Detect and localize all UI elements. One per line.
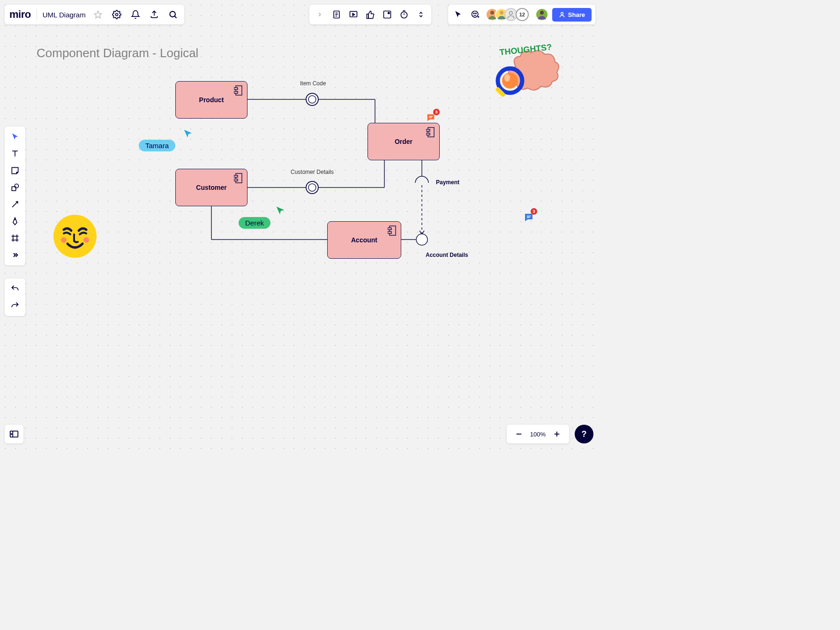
component-product-label: Product [199,96,224,104]
thoughts-sticker[interactable]: THOUGHTS? [488,43,562,104]
topbar-left: miro UML Diagram [5,5,184,24]
share-button[interactable]: Share [552,8,592,22]
svg-point-79 [502,73,518,89]
present-icon[interactable] [347,8,360,21]
component-customer[interactable]: Customer [175,169,248,206]
topbar-center [309,5,431,24]
avatar-me[interactable] [535,8,548,21]
svg-rect-59 [234,91,238,93]
svg-point-28 [15,184,18,188]
help-button[interactable]: ? [575,425,593,443]
diagram-title[interactable]: Component Diagram - Logical [37,46,198,60]
zoom-in-button[interactable] [550,428,563,441]
sticky-note-tool[interactable] [8,163,22,178]
topbar-right: 12 Share [448,5,595,24]
avatar-group[interactable]: 12 [486,8,529,21]
avatar-count[interactable]: 12 [516,8,529,21]
more-apps-icon[interactable] [414,8,428,21]
miro-logo[interactable]: miro [9,8,31,21]
svg-point-21 [500,11,503,15]
panel-toggle-button[interactable] [5,425,23,443]
svg-rect-67 [388,228,391,230]
redo-button[interactable] [8,298,22,313]
comment-pin-icon[interactable] [381,8,394,21]
svg-point-80 [504,74,510,82]
shape-tool[interactable] [8,180,22,195]
cursor-hide-icon[interactable] [452,8,465,21]
svg-point-20 [490,11,494,15]
cursor-tamara-arrow [183,128,193,139]
divider [37,9,37,20]
svg-marker-0 [94,11,101,18]
svg-point-23 [540,11,544,15]
smile-sticker[interactable] [52,213,98,260]
svg-point-37 [11,434,12,435]
more-tools-icon[interactable] [8,248,22,262]
zoom-value[interactable]: 100% [530,431,546,438]
svg-rect-58 [234,88,238,90]
svg-point-15 [472,11,478,17]
svg-rect-68 [388,232,391,233]
label-payment[interactable]: Payment [436,179,459,186]
export-icon[interactable] [148,8,161,21]
undo-button[interactable] [8,281,22,296]
label-account-details[interactable]: Account Details [426,252,468,258]
reactions-icon[interactable] [469,8,482,21]
svg-rect-65 [426,133,430,135]
comment-floating[interactable]: 3 [523,212,533,222]
component-account-label: Account [351,236,377,244]
svg-marker-9 [352,14,354,16]
svg-point-22 [510,11,513,15]
chevron-right-icon[interactable] [313,8,326,21]
pen-tool[interactable] [8,214,22,229]
comment-count-order: 3 [433,109,440,115]
cursor-derek[interactable]: Derek [239,217,270,229]
thumbs-up-icon[interactable] [364,8,377,21]
comment-order[interactable]: 3 [426,112,436,123]
share-label: Share [568,11,585,18]
comment-count-floating: 3 [531,208,537,215]
svg-rect-61 [234,175,238,177]
svg-point-75 [83,237,89,243]
svg-rect-66 [390,226,396,235]
bell-icon[interactable] [129,8,142,21]
select-tool[interactable] [8,129,22,144]
cursor-derek-arrow [275,205,285,216]
svg-point-17 [475,13,476,14]
component-order-label: Order [395,138,412,145]
svg-line-3 [174,16,176,18]
component-icon [388,225,396,236]
component-product[interactable]: Product [175,81,248,119]
label-customer-details[interactable]: Customer Details [291,169,334,175]
component-customer-label: Customer [196,184,226,191]
timer-icon[interactable] [398,8,411,21]
left-tools [5,127,25,265]
undo-redo-panel [5,278,25,316]
component-account[interactable]: Account [327,221,401,259]
zoom-controls: 100% [507,425,569,443]
svg-point-74 [61,237,67,243]
svg-point-16 [473,13,474,14]
line-tool[interactable] [8,197,22,212]
board-title[interactable]: UML Diagram [43,11,86,19]
svg-point-24 [561,12,563,15]
zoom-out-button[interactable] [512,428,525,441]
cursor-tamara[interactable]: Tamara [139,140,175,151]
svg-point-2 [170,11,175,17]
component-icon [234,85,242,96]
settings-icon[interactable] [110,8,123,21]
frame-tool[interactable] [8,231,22,246]
notes-icon[interactable] [330,8,343,21]
svg-rect-64 [426,129,430,131]
star-icon[interactable] [91,8,105,21]
component-icon [234,173,242,183]
label-item-code[interactable]: Item Code [300,80,326,87]
component-order[interactable]: Order [368,123,440,160]
svg-line-29 [12,202,18,207]
text-tool[interactable] [8,146,22,161]
svg-point-1 [115,14,118,16]
svg-point-11 [388,12,390,14]
svg-rect-10 [384,11,391,18]
search-icon[interactable] [166,8,180,21]
svg-rect-60 [236,173,242,183]
